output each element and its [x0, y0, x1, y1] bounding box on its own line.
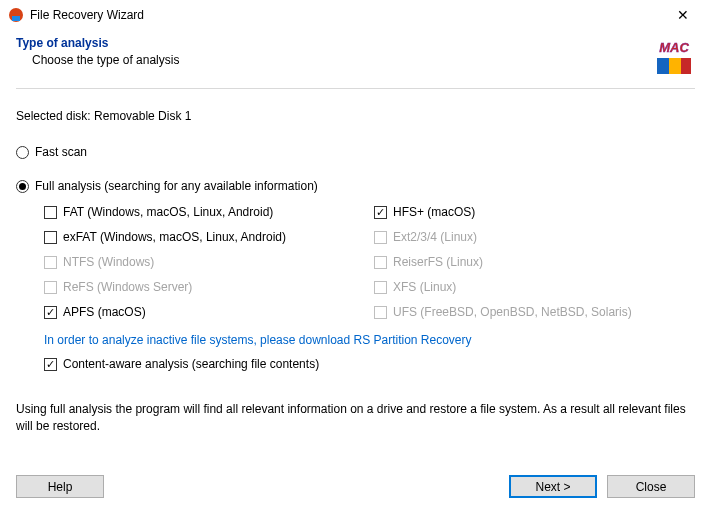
radio-icon	[16, 180, 29, 193]
wizard-header: Type of analysis Choose the type of anal…	[16, 30, 695, 89]
checkbox-icon	[44, 256, 57, 269]
window-title: File Recovery Wizard	[30, 8, 663, 22]
filesystem-grid: FAT (Windows, macOS, Linux, Android) HFS…	[44, 205, 695, 319]
app-icon	[8, 7, 24, 23]
checkbox-icon	[44, 358, 57, 371]
svg-rect-2	[657, 58, 669, 74]
fs-label: HFS+ (macOS)	[393, 205, 475, 219]
fs-label: ReFS (Windows Server)	[63, 280, 192, 294]
radio-icon	[16, 146, 29, 159]
fs-hfs-checkbox[interactable]: HFS+ (macOS)	[374, 205, 695, 219]
titlebar: File Recovery Wizard ✕	[0, 0, 711, 30]
fs-fat-checkbox[interactable]: FAT (Windows, macOS, Linux, Android)	[44, 205, 374, 219]
fs-label: exFAT (Windows, macOS, Linux, Android)	[63, 230, 286, 244]
svg-rect-4	[681, 58, 691, 74]
content-aware-label: Content-aware analysis (searching file c…	[63, 357, 319, 371]
close-button[interactable]: Close	[607, 475, 695, 498]
fs-label: APFS (macOS)	[63, 305, 146, 319]
close-icon[interactable]: ✕	[663, 7, 703, 23]
fast-scan-radio[interactable]: Fast scan	[16, 145, 695, 159]
full-analysis-label: Full analysis (searching for any availab…	[35, 179, 318, 193]
fs-ufs-checkbox: UFS (FreeBSD, OpenBSD, NetBSD, Solaris)	[374, 305, 695, 319]
fs-apfs-checkbox[interactable]: APFS (macOS)	[44, 305, 374, 319]
svg-rect-3	[669, 58, 681, 74]
fs-label: UFS (FreeBSD, OpenBSD, NetBSD, Solaris)	[393, 305, 632, 319]
fs-label: FAT (Windows, macOS, Linux, Android)	[63, 205, 273, 219]
fs-label: ReiserFS (Linux)	[393, 255, 483, 269]
fast-scan-label: Fast scan	[35, 145, 87, 159]
fs-label: XFS (Linux)	[393, 280, 456, 294]
fs-label: NTFS (Windows)	[63, 255, 154, 269]
page-subtitle: Choose the type of analysis	[32, 53, 653, 67]
button-bar: Help Next > Close	[16, 463, 695, 512]
selected-disk-label: Selected disk: Removable Disk 1	[16, 109, 695, 123]
fs-ext-checkbox: Ext2/3/4 (Linux)	[374, 230, 695, 244]
fs-refs-checkbox: ReFS (Windows Server)	[44, 280, 374, 294]
svg-text:MAC: MAC	[659, 40, 689, 55]
download-partition-recovery-link[interactable]: In order to analyze inactive file system…	[44, 333, 695, 347]
checkbox-icon	[374, 281, 387, 294]
fs-exfat-checkbox[interactable]: exFAT (Windows, macOS, Linux, Android)	[44, 230, 374, 244]
checkbox-icon	[374, 256, 387, 269]
analysis-description: Using full analysis the program will fin…	[16, 401, 695, 463]
product-logo-mac: MAC	[653, 36, 695, 78]
checkbox-icon	[44, 306, 57, 319]
full-analysis-radio[interactable]: Full analysis (searching for any availab…	[16, 179, 695, 193]
page-title: Type of analysis	[16, 36, 653, 50]
checkbox-icon	[44, 206, 57, 219]
fs-label: Ext2/3/4 (Linux)	[393, 230, 477, 244]
checkbox-icon	[374, 206, 387, 219]
content-aware-checkbox[interactable]: Content-aware analysis (searching file c…	[44, 357, 695, 371]
fs-ntfs-checkbox: NTFS (Windows)	[44, 255, 374, 269]
help-button[interactable]: Help	[16, 475, 104, 498]
checkbox-icon	[374, 231, 387, 244]
svg-rect-1	[12, 16, 20, 21]
checkbox-icon	[374, 306, 387, 319]
next-button[interactable]: Next >	[509, 475, 597, 498]
checkbox-icon	[44, 231, 57, 244]
checkbox-icon	[44, 281, 57, 294]
fs-reiser-checkbox: ReiserFS (Linux)	[374, 255, 695, 269]
fs-xfs-checkbox: XFS (Linux)	[374, 280, 695, 294]
